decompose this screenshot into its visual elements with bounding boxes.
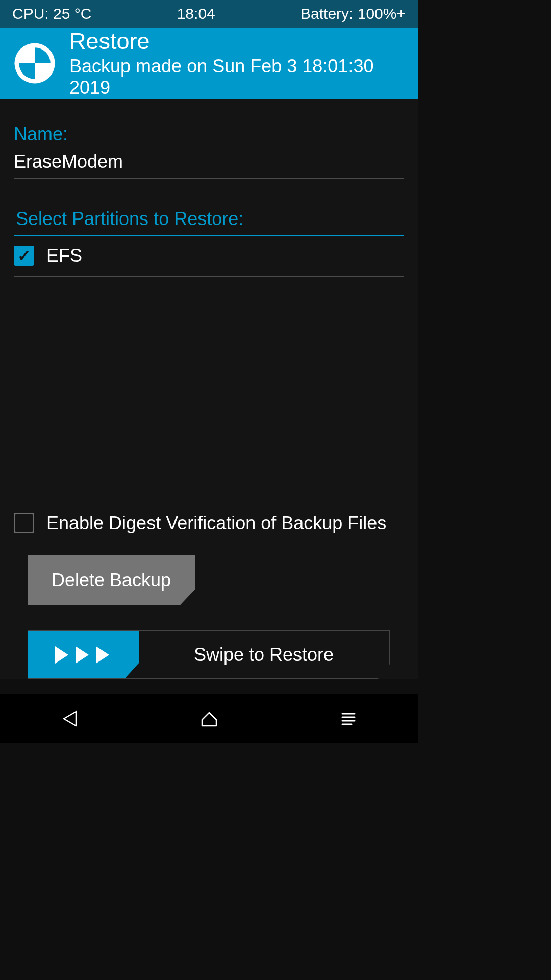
digest-checkbox[interactable]	[14, 513, 34, 533]
back-icon	[61, 709, 79, 728]
cpu-temp-label: CPU: 25 °C	[12, 5, 91, 22]
spacer	[14, 277, 404, 503]
svg-marker-3	[55, 646, 68, 664]
delete-backup-button[interactable]: Delete Backup	[28, 555, 195, 605]
twrp-logo-icon	[12, 41, 57, 86]
partitions-section-title: Select Partitions to Restore:	[14, 208, 404, 236]
home-button[interactable]	[196, 706, 222, 731]
home-icon	[199, 708, 219, 729]
svg-marker-6	[64, 712, 76, 726]
swipe-label: Swipe to Restore	[139, 644, 389, 666]
status-bar: CPU: 25 °C 18:04 Battery: 100%+	[0, 0, 418, 28]
svg-marker-4	[76, 646, 89, 664]
name-label: Name:	[14, 124, 404, 145]
partition-label: EFS	[46, 245, 82, 266]
page-title: Restore	[69, 28, 406, 55]
header-text: Restore Backup made on Sun Feb 3 18:01:3…	[69, 28, 406, 99]
digest-verification-option[interactable]: Enable Digest Verification of Backup Fil…	[14, 503, 404, 543]
checkmark-icon: ✓	[17, 248, 31, 264]
back-button[interactable]	[57, 706, 83, 731]
name-value[interactable]: EraseModem	[14, 151, 404, 179]
partition-item-efs[interactable]: ✓ EFS	[14, 236, 404, 277]
swipe-to-restore-slider[interactable]: Swipe to Restore	[28, 630, 390, 679]
swipe-handle[interactable]	[28, 631, 139, 678]
battery-label: Battery: 100%+	[300, 5, 406, 22]
partition-checkbox-efs[interactable]: ✓	[14, 246, 34, 266]
recent-button[interactable]	[336, 706, 361, 731]
time-label: 18:04	[177, 5, 215, 22]
menu-icon	[339, 709, 358, 728]
navigation-bar	[0, 694, 418, 743]
content-area: Name: EraseModem Select Partitions to Re…	[0, 99, 418, 679]
swipe-arrows-icon	[55, 646, 111, 664]
svg-marker-5	[96, 646, 109, 664]
page-subtitle: Backup made on Sun Feb 3 18:01:30 2019	[69, 56, 406, 99]
header: Restore Backup made on Sun Feb 3 18:01:3…	[0, 28, 418, 99]
digest-label: Enable Digest Verification of Backup Fil…	[46, 512, 386, 534]
